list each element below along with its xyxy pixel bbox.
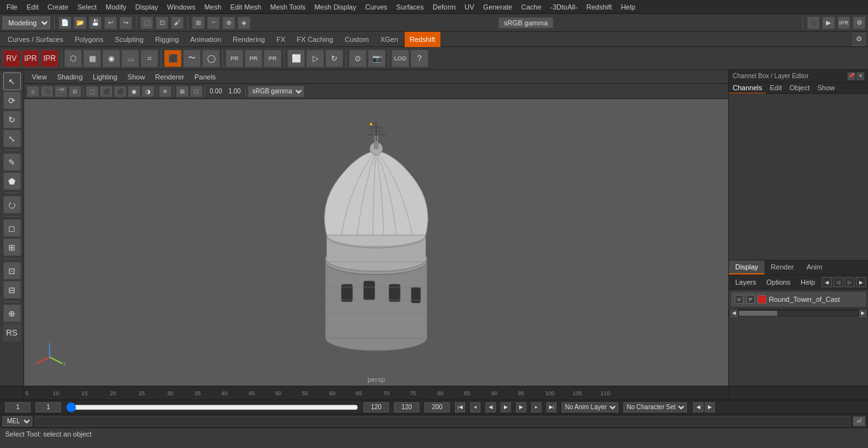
tab-redshift[interactable]: Redshift: [405, 32, 440, 47]
right-tab-anim[interactable]: Anim: [800, 261, 829, 275]
grid-tool[interactable]: ⊞: [3, 238, 21, 256]
vp-menu-view[interactable]: View: [29, 72, 50, 82]
channel-tab-object[interactable]: Object: [785, 83, 813, 93]
move-tool[interactable]: ⟳: [3, 92, 21, 109]
mode-selector[interactable]: Modeling: [3, 17, 50, 29]
vp-home-btn[interactable]: ⌂: [27, 86, 39, 97]
menu-surfaces[interactable]: Surfaces: [393, 2, 428, 12]
tab-animation[interactable]: Animation: [185, 32, 226, 47]
menu-select[interactable]: Select: [74, 2, 101, 12]
open-scene-btn[interactable]: 📂: [74, 17, 86, 29]
char-set-selector[interactable]: No Character Set: [623, 402, 687, 412]
timeline[interactable]: 5 10 15 20 25 30 35 40 45 50 55 60 65 70…: [0, 386, 868, 400]
rs-curve-btn[interactable]: 〜: [183, 50, 201, 67]
rs-mat-btn[interactable]: ▷: [306, 50, 324, 67]
layer-visibility-btn[interactable]: V: [735, 295, 743, 304]
vp-shaded-btn[interactable]: ◑: [142, 86, 154, 97]
paint-select-btn[interactable]: 🖌: [171, 17, 184, 29]
rs-render-btn[interactable]: RV: [3, 50, 20, 67]
vp-menu-renderer[interactable]: Renderer: [153, 72, 187, 82]
rs-log-btn[interactable]: LOG: [391, 50, 409, 67]
rs-ipr2-btn[interactable]: IPR: [41, 50, 58, 67]
rs-cam-btn[interactable]: 📷: [368, 50, 386, 67]
play-btn[interactable]: ▶: [501, 402, 511, 412]
redo-btn[interactable]: ↪: [119, 17, 132, 29]
menu-help[interactable]: Help: [617, 2, 639, 12]
layer-arrow-right[interactable]: ▷: [844, 277, 855, 287]
scroll-track[interactable]: [739, 311, 858, 316]
right-tab-render[interactable]: Render: [764, 261, 800, 275]
tab-fx-caching[interactable]: FX Caching: [292, 32, 338, 47]
vp-menu-show[interactable]: Show: [125, 72, 148, 82]
tab-curves-surfaces[interactable]: Curves / Surfaces: [3, 32, 68, 47]
anim-layer-selector[interactable]: No Anim Layer: [562, 402, 618, 412]
vp-menu-panels[interactable]: Panels: [192, 72, 219, 82]
rs-shader-btn[interactable]: ⬜: [287, 50, 305, 67]
vp-textured-btn[interactable]: ⬛: [114, 86, 126, 97]
menu-edit-mesh[interactable]: Edit Mesh: [226, 2, 265, 12]
tab-custom[interactable]: Custom: [340, 32, 374, 47]
menu-display[interactable]: Display: [132, 2, 162, 12]
panel-pin-btn[interactable]: 📌: [848, 72, 855, 80]
render-btn[interactable]: ▶: [822, 17, 835, 29]
layer-arrow-left[interactable]: ◀: [822, 277, 832, 287]
vp-smooth-btn[interactable]: ⬛: [100, 86, 112, 97]
settings-button[interactable]: ⚙: [853, 33, 865, 46]
go-start-btn[interactable]: |◀: [455, 402, 465, 412]
layer-arrow-left2[interactable]: ◁: [833, 277, 843, 287]
prev-frame-btn[interactable]: ◀: [485, 402, 496, 412]
menu-windows[interactable]: Windows: [163, 2, 200, 12]
right-tab-display[interactable]: Display: [729, 261, 764, 275]
layer-arrow-right2[interactable]: ▶: [856, 277, 866, 287]
marquee-tool[interactable]: ◻: [3, 219, 21, 237]
go-end-btn[interactable]: ▶|: [546, 402, 557, 412]
vp-lit-btn[interactable]: ◉: [128, 86, 140, 97]
scroll-right-btn[interactable]: ▶: [859, 309, 867, 317]
script-type-selector[interactable]: MEL: [3, 416, 32, 426]
rs-ipr-btn[interactable]: IPR: [22, 50, 39, 67]
next-frame-btn[interactable]: ▶: [516, 402, 526, 412]
tab-sculpting[interactable]: Sculpting: [110, 32, 149, 47]
snap-point-btn[interactable]: ⊕: [222, 17, 235, 29]
vp-grid-btn[interactable]: ⊞: [176, 86, 189, 97]
range-end-input[interactable]: 200: [424, 402, 450, 412]
rs-cube-btn[interactable]: ⬛: [164, 50, 182, 67]
new-scene-btn[interactable]: 📄: [58, 17, 71, 29]
menu-uv[interactable]: UV: [461, 2, 478, 12]
rs-vol-btn[interactable]: ⊙: [349, 50, 367, 67]
script-run-btn[interactable]: ⏎: [853, 416, 865, 426]
timeline-scrubber[interactable]: [66, 402, 358, 412]
menu-curves[interactable]: Curves: [362, 2, 391, 12]
range-start-input[interactable]: [394, 402, 419, 412]
options-label[interactable]: Options: [763, 276, 794, 288]
rs-pr1-btn[interactable]: PR: [226, 50, 243, 67]
snap-view-btn[interactable]: ◈: [238, 17, 250, 29]
paint-tool[interactable]: ✎: [3, 153, 21, 171]
rs-help-btn[interactable]: ?: [410, 50, 428, 67]
rs-pr2-btn[interactable]: PR: [245, 50, 262, 67]
lasso-mode-btn[interactable]: ⊡: [156, 17, 168, 29]
rs-proxy-btn[interactable]: ↻: [325, 50, 343, 67]
timeline-ruler[interactable]: 5 10 15 20 25 30 35 40 45 50 55 60 65 70…: [24, 386, 728, 400]
rs-scene-tool[interactable]: RS: [3, 323, 21, 341]
vp-wireframe-btn[interactable]: ⬚: [86, 86, 98, 97]
channel-tab-channels[interactable]: Channels: [729, 83, 766, 93]
panel-close-btn[interactable]: ✕: [857, 72, 864, 80]
select-tool[interactable]: ↖: [3, 72, 21, 90]
rs-dome-btn[interactable]: ⌓: [121, 50, 139, 67]
soft-select-tool[interactable]: ⬟: [3, 172, 21, 190]
channel-tab-edit[interactable]: Edit: [766, 83, 785, 93]
menu-deform[interactable]: Deform: [429, 2, 459, 12]
help-label[interactable]: Help: [797, 276, 819, 288]
menu-modify[interactable]: Modify: [102, 2, 130, 12]
menu-generate[interactable]: Generate: [479, 2, 516, 12]
tab-polygons[interactable]: Polygons: [69, 32, 108, 47]
tab-xgen[interactable]: XGen: [375, 32, 403, 47]
channel-tool[interactable]: ⊟: [3, 281, 21, 299]
vp-menu-lighting[interactable]: Lighting: [90, 72, 120, 82]
menu-edit[interactable]: Edit: [23, 2, 43, 12]
rs-sphere-btn[interactable]: ◉: [102, 50, 120, 67]
menu-3dttoall[interactable]: -3DtoAll-: [546, 2, 581, 12]
menu-mesh-tools[interactable]: Mesh Tools: [266, 2, 309, 12]
rs-pr3-btn[interactable]: PR: [264, 50, 281, 67]
